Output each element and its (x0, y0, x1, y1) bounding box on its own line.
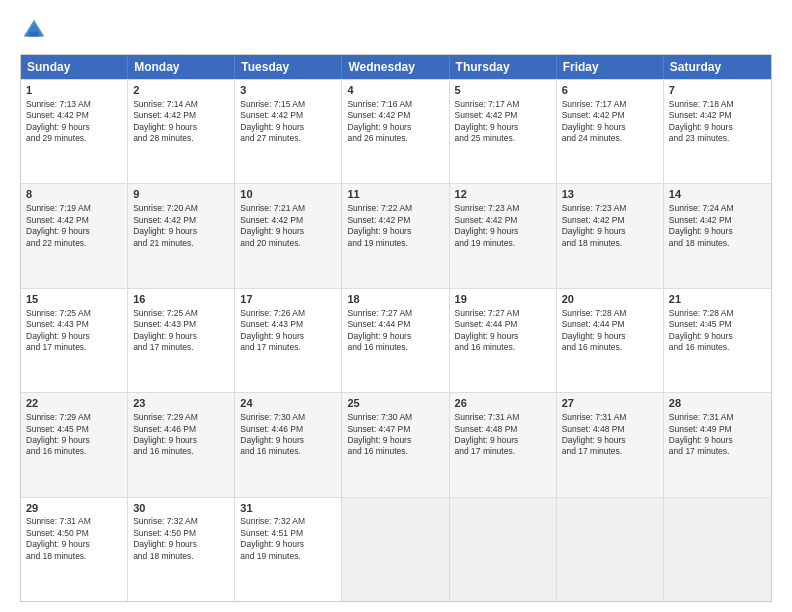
day-number: 26 (455, 396, 551, 411)
day-info-line: Daylight: 9 hours (133, 226, 229, 237)
day-info-line: Sunrise: 7:16 AM (347, 99, 443, 110)
day-info-line: Sunrise: 7:29 AM (133, 412, 229, 423)
calendar-cell: 4Sunrise: 7:16 AMSunset: 4:42 PMDaylight… (342, 80, 449, 183)
calendar-cell: 9Sunrise: 7:20 AMSunset: 4:42 PMDaylight… (128, 184, 235, 287)
day-info-line: Sunset: 4:42 PM (562, 110, 658, 121)
day-info-line: Sunrise: 7:31 AM (26, 516, 122, 527)
day-info-line: and 18 minutes. (562, 238, 658, 249)
day-info-line: Daylight: 9 hours (562, 435, 658, 446)
day-info-line: and 16 minutes. (669, 342, 766, 353)
calendar: SundayMondayTuesdayWednesdayThursdayFrid… (20, 54, 772, 602)
day-info-line: and 16 minutes. (562, 342, 658, 353)
day-header-sunday: Sunday (21, 55, 128, 79)
calendar-cell: 14Sunrise: 7:24 AMSunset: 4:42 PMDayligh… (664, 184, 771, 287)
day-info-line: Sunrise: 7:19 AM (26, 203, 122, 214)
day-number: 20 (562, 292, 658, 307)
day-header-monday: Monday (128, 55, 235, 79)
day-header-thursday: Thursday (450, 55, 557, 79)
day-info-line: Sunset: 4:43 PM (240, 319, 336, 330)
day-info-line: Sunset: 4:45 PM (669, 319, 766, 330)
day-number: 10 (240, 187, 336, 202)
day-info-line: Sunrise: 7:25 AM (26, 308, 122, 319)
day-info-line: Sunset: 4:43 PM (26, 319, 122, 330)
day-info-line: Daylight: 9 hours (133, 122, 229, 133)
day-info-line: Daylight: 9 hours (347, 435, 443, 446)
day-info-line: Sunrise: 7:21 AM (240, 203, 336, 214)
calendar-cell: 19Sunrise: 7:27 AMSunset: 4:44 PMDayligh… (450, 289, 557, 392)
calendar-week-5: 29Sunrise: 7:31 AMSunset: 4:50 PMDayligh… (21, 497, 771, 601)
calendar-cell: 7Sunrise: 7:18 AMSunset: 4:42 PMDaylight… (664, 80, 771, 183)
day-number: 7 (669, 83, 766, 98)
day-info-line: Sunrise: 7:31 AM (669, 412, 766, 423)
day-info-line: Sunset: 4:49 PM (669, 424, 766, 435)
day-info-line: Sunrise: 7:30 AM (347, 412, 443, 423)
day-info-line: Sunrise: 7:31 AM (562, 412, 658, 423)
calendar-cell: 12Sunrise: 7:23 AMSunset: 4:42 PMDayligh… (450, 184, 557, 287)
day-info-line: and 17 minutes. (133, 342, 229, 353)
calendar-cell (342, 498, 449, 601)
logo (20, 16, 52, 44)
day-info-line: and 18 minutes. (133, 551, 229, 562)
day-info-line: Sunrise: 7:14 AM (133, 99, 229, 110)
calendar-cell: 31Sunrise: 7:32 AMSunset: 4:51 PMDayligh… (235, 498, 342, 601)
day-info-line: Daylight: 9 hours (669, 226, 766, 237)
day-info-line: Sunset: 4:51 PM (240, 528, 336, 539)
day-info-line: and 17 minutes. (669, 446, 766, 457)
day-header-friday: Friday (557, 55, 664, 79)
calendar-cell: 25Sunrise: 7:30 AMSunset: 4:47 PMDayligh… (342, 393, 449, 496)
day-info-line: and 17 minutes. (240, 342, 336, 353)
day-info-line: Sunrise: 7:27 AM (347, 308, 443, 319)
day-info-line: and 19 minutes. (455, 238, 551, 249)
day-info-line: and 17 minutes. (562, 446, 658, 457)
day-info-line: and 16 minutes. (455, 342, 551, 353)
day-info-line: and 27 minutes. (240, 133, 336, 144)
day-number: 9 (133, 187, 229, 202)
calendar-cell: 30Sunrise: 7:32 AMSunset: 4:50 PMDayligh… (128, 498, 235, 601)
day-info-line: Sunrise: 7:17 AM (562, 99, 658, 110)
day-number: 18 (347, 292, 443, 307)
calendar-cell: 5Sunrise: 7:17 AMSunset: 4:42 PMDaylight… (450, 80, 557, 183)
calendar-week-4: 22Sunrise: 7:29 AMSunset: 4:45 PMDayligh… (21, 392, 771, 496)
day-info-line: Daylight: 9 hours (455, 331, 551, 342)
day-number: 12 (455, 187, 551, 202)
day-info-line: Daylight: 9 hours (240, 539, 336, 550)
day-info-line: Daylight: 9 hours (240, 226, 336, 237)
day-info-line: Daylight: 9 hours (26, 539, 122, 550)
calendar-cell: 15Sunrise: 7:25 AMSunset: 4:43 PMDayligh… (21, 289, 128, 392)
day-info-line: Sunrise: 7:24 AM (669, 203, 766, 214)
calendar-cell: 26Sunrise: 7:31 AMSunset: 4:48 PMDayligh… (450, 393, 557, 496)
day-number: 31 (240, 501, 336, 516)
day-info-line: Daylight: 9 hours (240, 331, 336, 342)
day-info-line: Sunrise: 7:26 AM (240, 308, 336, 319)
calendar-week-2: 8Sunrise: 7:19 AMSunset: 4:42 PMDaylight… (21, 183, 771, 287)
day-number: 1 (26, 83, 122, 98)
day-info-line: Sunrise: 7:32 AM (240, 516, 336, 527)
day-info-line: and 18 minutes. (26, 551, 122, 562)
day-info-line: Sunset: 4:42 PM (669, 110, 766, 121)
day-number: 30 (133, 501, 229, 516)
day-info-line: Sunrise: 7:20 AM (133, 203, 229, 214)
day-info-line: Sunset: 4:47 PM (347, 424, 443, 435)
page-header (20, 16, 772, 44)
day-info-line: Daylight: 9 hours (455, 226, 551, 237)
day-info-line: and 22 minutes. (26, 238, 122, 249)
day-info-line: and 18 minutes. (669, 238, 766, 249)
day-info-line: Daylight: 9 hours (347, 331, 443, 342)
calendar-cell: 13Sunrise: 7:23 AMSunset: 4:42 PMDayligh… (557, 184, 664, 287)
day-info-line: Sunset: 4:48 PM (562, 424, 658, 435)
day-info-line: Daylight: 9 hours (562, 331, 658, 342)
day-number: 29 (26, 501, 122, 516)
day-info-line: Sunrise: 7:22 AM (347, 203, 443, 214)
day-number: 3 (240, 83, 336, 98)
day-number: 6 (562, 83, 658, 98)
calendar-cell (557, 498, 664, 601)
calendar-page: SundayMondayTuesdayWednesdayThursdayFrid… (0, 0, 792, 612)
calendar-cell: 20Sunrise: 7:28 AMSunset: 4:44 PMDayligh… (557, 289, 664, 392)
day-info-line: and 20 minutes. (240, 238, 336, 249)
day-info-line: Sunrise: 7:13 AM (26, 99, 122, 110)
day-info-line: Sunrise: 7:28 AM (562, 308, 658, 319)
day-number: 14 (669, 187, 766, 202)
calendar-cell: 6Sunrise: 7:17 AMSunset: 4:42 PMDaylight… (557, 80, 664, 183)
day-number: 5 (455, 83, 551, 98)
day-info-line: Sunrise: 7:29 AM (26, 412, 122, 423)
